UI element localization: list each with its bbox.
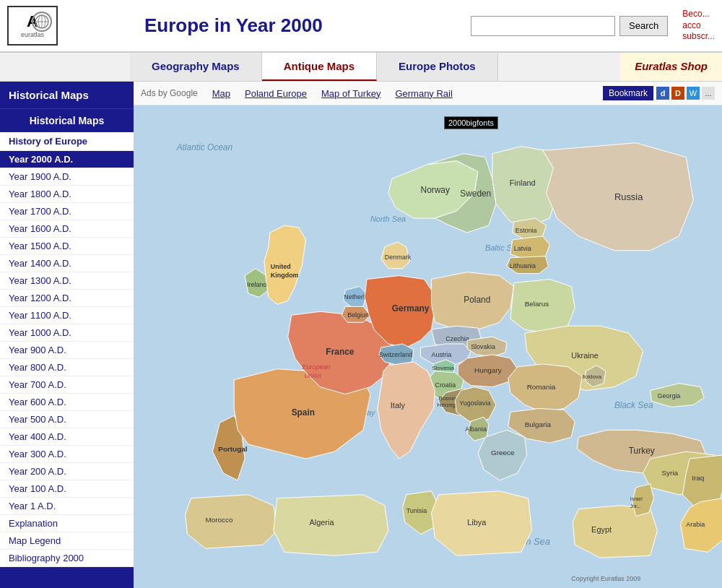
svg-text:Ukraine: Ukraine bbox=[571, 351, 599, 360]
ad-link-map[interactable]: Map bbox=[212, 88, 230, 99]
svg-text:Arabia: Arabia bbox=[686, 521, 705, 528]
sidebar-item-year-2000[interactable]: Year 2000 A.D. bbox=[0, 151, 134, 168]
sidebar-item-year-1700[interactable]: Year 1700 A.D. bbox=[0, 203, 134, 220]
ad-bar: Ads by Google Map Poland Europe Map of T… bbox=[134, 82, 722, 105]
sidebar-item-year-900[interactable]: Year 900 A.D. bbox=[0, 342, 134, 359]
logo-box[interactable]: A euratlas bbox=[7, 6, 58, 46]
nav-tabs: Geography Maps Antique Maps Europe Photo… bbox=[0, 53, 722, 82]
sidebar-item-year-600[interactable]: Year 600 A.D. bbox=[0, 394, 134, 411]
search-input[interactable] bbox=[471, 16, 615, 36]
svg-text:Germany: Germany bbox=[392, 303, 430, 314]
svg-text:Russia: Russia bbox=[614, 191, 643, 202]
sidebar-item-year-1200[interactable]: Year 1200 A.D. bbox=[0, 290, 134, 307]
sidebar-item-year-700[interactable]: Year 700 A.D. bbox=[0, 376, 134, 394]
svg-text:Slovakia: Slovakia bbox=[471, 343, 495, 350]
sidebar-item-year-100[interactable]: Year 100 A.D. bbox=[0, 480, 134, 498]
sidebar-item-year-1800[interactable]: Year 1800 A.D. bbox=[0, 186, 134, 203]
svg-text:Czechia: Czechia bbox=[445, 335, 469, 342]
ad-link-germany[interactable]: Germany Rail bbox=[395, 88, 452, 99]
logo-text: euratlas bbox=[21, 31, 44, 38]
svg-text:Sweden: Sweden bbox=[460, 189, 491, 199]
sidebar-item-bibliography[interactable]: Bibliography 2000 bbox=[0, 550, 134, 567]
sidebar-item-year-1900[interactable]: Year 1900 A.D. bbox=[0, 168, 134, 186]
svg-text:Libya: Libya bbox=[467, 518, 487, 527]
sidebar-item-year-800[interactable]: Year 800 A.D. bbox=[0, 359, 134, 376]
sidebar-inner: Historical Maps History of Europe Year 2… bbox=[0, 109, 134, 567]
svg-text:Yugoslavia: Yugoslavia bbox=[459, 399, 490, 407]
svg-text:United: United bbox=[271, 263, 291, 270]
windows-icon[interactable]: W bbox=[687, 87, 700, 100]
svg-text:Switzerland: Switzerland bbox=[379, 351, 412, 358]
ad-link-poland[interactable]: Poland Europe bbox=[245, 88, 307, 99]
logo-area: A euratlas bbox=[7, 6, 137, 46]
bookmark-icons: d D W ... bbox=[656, 87, 715, 100]
svg-text:Copyright Euratlas 2009: Copyright Euratlas 2009 bbox=[571, 575, 640, 582]
ads-by-google-label: Ads by Google bbox=[141, 88, 198, 98]
sidebar-item-explanation[interactable]: Explanation bbox=[0, 515, 134, 532]
svg-text:Spain: Spain bbox=[292, 407, 315, 418]
svg-text:Italy: Italy bbox=[391, 401, 406, 410]
svg-text:Greece: Greece bbox=[491, 449, 515, 457]
svg-text:Kingdom: Kingdom bbox=[271, 272, 299, 279]
sidebar-item-year-1400[interactable]: Year 1400 A.D. bbox=[0, 255, 134, 272]
sidebar-item-year-500[interactable]: Year 500 A.D. bbox=[0, 411, 134, 428]
bookmark-area: Bookmark d D W ... bbox=[603, 86, 715, 100]
page-title: Europe in Year 2000 bbox=[137, 14, 471, 37]
svg-text:Union: Union bbox=[305, 372, 321, 379]
map-container[interactable]: 2000bigfonts Atlantic Ocean North Sea Ba… bbox=[134, 105, 722, 588]
search-area: Search bbox=[471, 16, 668, 36]
svg-text:Israel: Israel bbox=[630, 496, 643, 501]
svg-text:Croatia: Croatia bbox=[435, 381, 456, 389]
page-header: A euratlas Europe in Year 2000 Search Be… bbox=[0, 0, 722, 53]
sidebar-item-year-1300[interactable]: Year 1300 A.D. bbox=[0, 272, 134, 290]
ad-link-turkey[interactable]: Map of Turkey bbox=[321, 88, 380, 99]
sidebar-item-year-1100[interactable]: Year 1100 A.D. bbox=[0, 307, 134, 324]
digg-icon[interactable]: D bbox=[671, 87, 684, 100]
svg-text:Hungary: Hungary bbox=[474, 366, 502, 374]
svg-text:Algeria: Algeria bbox=[310, 518, 335, 527]
svg-text:Georgia: Georgia bbox=[658, 392, 681, 399]
svg-text:Tunisia: Tunisia bbox=[406, 507, 427, 514]
svg-text:Morocco: Morocco bbox=[205, 516, 233, 524]
content-area: Ads by Google Map Poland Europe Map of T… bbox=[134, 82, 722, 588]
sidebar-item-year-1[interactable]: Year 1 A.D. bbox=[0, 498, 134, 515]
tab-europe-photos[interactable]: Europe Photos bbox=[377, 53, 498, 81]
sidebar-item-map-legend[interactable]: Map Legend bbox=[0, 532, 134, 550]
tab-antique-maps[interactable]: Antique Maps bbox=[262, 53, 377, 81]
svg-text:Estonia: Estonia bbox=[516, 227, 537, 234]
more-icon[interactable]: ... bbox=[702, 87, 715, 100]
svg-text:Romania: Romania bbox=[527, 383, 556, 391]
svg-text:Latvia: Latvia bbox=[514, 245, 531, 252]
svg-text:Turkey: Turkey bbox=[629, 446, 655, 456]
delicious-icon[interactable]: d bbox=[656, 87, 669, 100]
sidebar-item-year-1600[interactable]: Year 1600 A.D. bbox=[0, 220, 134, 238]
sidebar-item-year-200[interactable]: Year 200 A.D. bbox=[0, 463, 134, 480]
svg-text:North Sea: North Sea bbox=[370, 215, 406, 223]
europe-map-svg: Atlantic Ocean North Sea Baltic Sea Bay … bbox=[134, 105, 722, 588]
svg-text:France: France bbox=[326, 347, 354, 357]
svg-marker-85 bbox=[378, 362, 435, 459]
svg-text:Ireland: Ireland bbox=[247, 281, 266, 288]
main-layout: Historical Maps Historical Maps History … bbox=[0, 82, 722, 588]
svg-text:European: European bbox=[303, 363, 331, 371]
tab-geography-maps[interactable]: Geography Maps bbox=[130, 53, 262, 81]
sidebar-item-year-1500[interactable]: Year 1500 A.D. bbox=[0, 238, 134, 255]
sidebar-item-history-of-europe[interactable]: History of Europe bbox=[0, 132, 134, 151]
svg-text:Belarus: Belarus bbox=[525, 300, 549, 308]
sidebar-item-year-400[interactable]: Year 400 A.D. bbox=[0, 428, 134, 446]
sidebar-item-year-300[interactable]: Year 300 A.D. bbox=[0, 446, 134, 463]
svg-text:Denmark: Denmark bbox=[385, 254, 412, 261]
svg-text:Moldova: Moldova bbox=[580, 373, 602, 380]
svg-text:Syria: Syria bbox=[662, 469, 679, 477]
bookmark-button[interactable]: Bookmark bbox=[603, 86, 653, 100]
svg-text:Norway: Norway bbox=[421, 185, 450, 195]
search-button[interactable]: Search bbox=[619, 16, 668, 36]
svg-text:Atlantic Ocean: Atlantic Ocean bbox=[176, 142, 233, 152]
svg-text:Bulgaria: Bulgaria bbox=[525, 420, 552, 428]
logo-circle bbox=[32, 12, 52, 32]
sidebar-item-year-1000[interactable]: Year 1000 A.D. bbox=[0, 324, 134, 342]
svg-text:Black Sea: Black Sea bbox=[614, 400, 653, 410]
tab-shop[interactable]: Euratlas Shop bbox=[620, 53, 722, 81]
svg-text:Poland: Poland bbox=[464, 295, 490, 305]
bigfonts-badge: 2000bigfonts bbox=[444, 116, 498, 129]
